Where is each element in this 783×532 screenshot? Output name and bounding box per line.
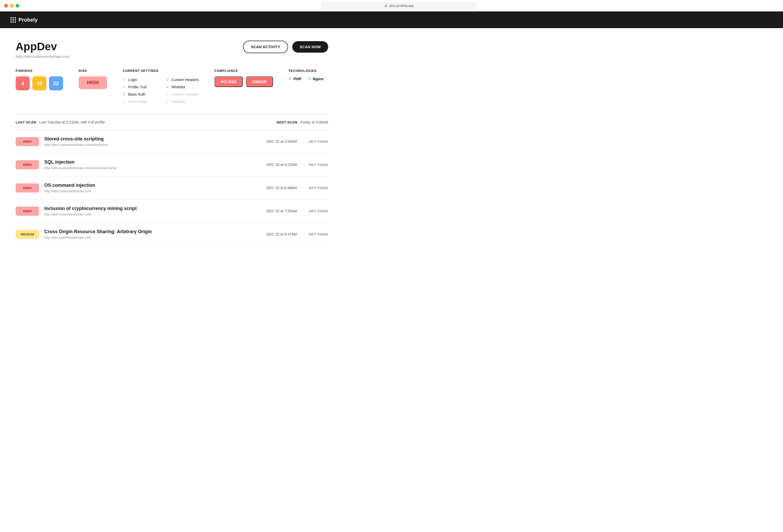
risk-section: RISK HIGH	[79, 69, 107, 89]
lock-icon: 🔒	[384, 4, 388, 7]
logo-text: Probely	[19, 17, 37, 23]
check-icon: ✓	[166, 77, 169, 82]
finding-url: http://dev.customerdomain.com	[44, 236, 250, 240]
tech-items: ✓ PHP ✓ Nginx	[289, 76, 324, 81]
fullscreen-button[interactable]	[15, 4, 19, 7]
risk-value: HIGH	[79, 76, 107, 89]
finding-status: NOT FIXED	[302, 139, 328, 144]
check-icon: ✓	[123, 85, 126, 89]
setting-basic-auth: ✓ Basic Auth	[123, 91, 156, 98]
traffic-lights	[4, 4, 19, 7]
finding-date: DEC 20 at 9:23AM	[255, 163, 297, 167]
findings-high-badge: 4	[15, 76, 30, 90]
setting-login: ✓ Login	[123, 76, 156, 83]
compliance-badges: PCI-DSS OWASP	[214, 76, 273, 87]
tech-nginx: ✓ Nginx	[308, 76, 324, 81]
finding-title: Cross Origin Resource Sharing: Arbitrary…	[44, 229, 250, 234]
finding-row[interactable]: MEDIUM Cross Origin Resource Sharing: Ar…	[15, 223, 328, 246]
url-text: plus.probely.app	[389, 4, 414, 7]
tech-nginx-label: Nginx	[313, 76, 324, 81]
finding-url: http://dev.customerdomain.com/comments	[44, 143, 250, 147]
finding-status: NOT FIXED	[302, 186, 328, 190]
check-icon: ✓	[289, 76, 292, 81]
main-content: AppDev http://dev.customerdomain.com SCA…	[0, 28, 344, 261]
check-icon: ✓	[123, 99, 126, 104]
minimize-button[interactable]	[10, 4, 13, 7]
finding-info: Inclusion of cryptocurrency mining scrip…	[44, 206, 250, 216]
technologies-section: TECHNOLOGIES ✓ PHP ✓ Nginx	[289, 69, 324, 81]
close-button[interactable]	[4, 4, 8, 7]
page-header: AppDev http://dev.customerdomain.com SCA…	[15, 41, 328, 59]
findings-badges: 4 10 22	[15, 76, 63, 90]
severity-badge-high: HIGH	[15, 137, 39, 146]
finding-url: http://dev.customerdomain.com	[44, 189, 250, 193]
setting-profile-full-label: Profile: Full	[128, 85, 146, 89]
page-title-section: AppDev http://dev.customerdomain.com	[15, 41, 70, 59]
check-icon: ✓	[166, 99, 169, 104]
pci-dss-badge[interactable]: PCI-DSS	[214, 76, 243, 87]
scan-info-right: NEXT SCAN Friday at 4:00AM	[277, 120, 328, 124]
setting-extra-hosts: ✓ Extra Hosts	[123, 98, 156, 105]
findings-low-badge: 22	[49, 76, 63, 90]
finding-title: Inclusion of cryptocurrency mining scrip…	[44, 206, 250, 211]
tech-php-label: PHP	[293, 76, 302, 81]
page-title: AppDev	[15, 41, 70, 53]
setting-blacklist-label: Blacklist	[171, 99, 185, 104]
finding-row[interactable]: HIGH Stored cross-site scripting http://…	[15, 130, 328, 153]
url-bar[interactable]: 🔒 plus.probely.app	[321, 2, 477, 9]
finding-url: http://dev.customerdomain.com/users/user…	[44, 166, 250, 170]
severity-badge-medium: MEDIUM	[15, 230, 39, 239]
setting-custom-headers: ✓ Custom Headers	[166, 76, 199, 83]
setting-custom-cookies-label: Custom Cookies	[171, 92, 198, 96]
finding-info: OS command injection http://dev.customer…	[44, 183, 250, 193]
setting-extra-hosts-label: Extra Hosts	[128, 99, 147, 104]
finding-date: DEC 20 at 2:00AM	[255, 139, 297, 144]
finding-status: NOT FIXED	[302, 163, 328, 167]
findings-section: FINDINGS 4 10 22	[15, 69, 63, 90]
finding-status: NOT FIXED	[302, 232, 328, 236]
titlebar: 🔒 plus.probely.app	[0, 0, 783, 11]
compliance-section: COMPLIANCE PCI-DSS OWASP	[214, 69, 273, 87]
scan-now-button[interactable]: SCAN NOW	[292, 41, 328, 53]
finding-row[interactable]: HIGH Inclusion of cryptocurrency mining …	[15, 199, 328, 223]
check-icon: ✓	[166, 85, 169, 89]
navbar: Probely	[0, 11, 783, 28]
finding-date: DEC 20 at 8:47AM	[255, 232, 297, 236]
header-actions: SCAN ACTIVITY SCAN NOW	[243, 41, 328, 53]
check-icon: ✓	[166, 92, 169, 97]
finding-info: SQL injection http://dev.customerdomain.…	[44, 159, 250, 170]
last-scan-label: LAST SCAN	[15, 120, 36, 124]
owasp-badge[interactable]: OWASP	[246, 76, 273, 87]
settings-grid: ✓ Login ✓ Custom Headers ✓ Profile: Full…	[123, 76, 199, 105]
stats-row: FINDINGS 4 10 22 RISK HIGH CURRENT SETTI…	[15, 69, 328, 105]
setting-custom-headers-label: Custom Headers	[171, 77, 199, 82]
scan-activity-button[interactable]: SCAN ACTIVITY	[243, 41, 288, 53]
technologies-label: TECHNOLOGIES	[289, 69, 324, 73]
finding-title: Stored cross-site scripting	[44, 136, 250, 142]
logo[interactable]: Probely	[10, 17, 37, 23]
finding-date: DEC 20 at 7:55AM	[255, 209, 297, 213]
finding-url: http://dev.customerdomain.com	[44, 212, 250, 216]
scan-info-bar: LAST SCAN Last Tuesday at 9:23AM, with F…	[15, 114, 328, 130]
findings-label: FINDINGS	[15, 69, 63, 73]
finding-row[interactable]: HIGH SQL injection http://dev.customerdo…	[15, 153, 328, 176]
setting-whitelist: ✓ Whitelist	[166, 84, 199, 90]
findings-list: HIGH Stored cross-site scripting http://…	[15, 130, 328, 246]
risk-label: RISK	[79, 69, 107, 73]
finding-info: Cross Origin Resource Sharing: Arbitrary…	[44, 229, 250, 240]
setting-login-label: Login	[128, 77, 137, 82]
severity-badge-high: HIGH	[15, 207, 39, 216]
severity-badge-high: HIGH	[15, 160, 39, 169]
tech-php: ✓ PHP	[289, 76, 302, 81]
finding-row[interactable]: HIGH OS command injection http://dev.cus…	[15, 176, 328, 199]
next-scan-label: NEXT SCAN	[277, 120, 297, 124]
finding-info: Stored cross-site scripting http://dev.c…	[44, 136, 250, 147]
setting-basic-auth-label: Basic Auth	[128, 92, 145, 96]
check-icon: ✓	[308, 76, 311, 81]
page-subtitle: http://dev.customerdomain.com	[15, 54, 70, 59]
check-icon: ✓	[123, 77, 126, 82]
severity-badge-high: HIGH	[15, 183, 39, 192]
finding-date: DEC 20 at 8:48AM	[255, 186, 297, 190]
setting-whitelist-label: Whitelist	[171, 85, 185, 89]
finding-title: OS command injection	[44, 183, 250, 188]
